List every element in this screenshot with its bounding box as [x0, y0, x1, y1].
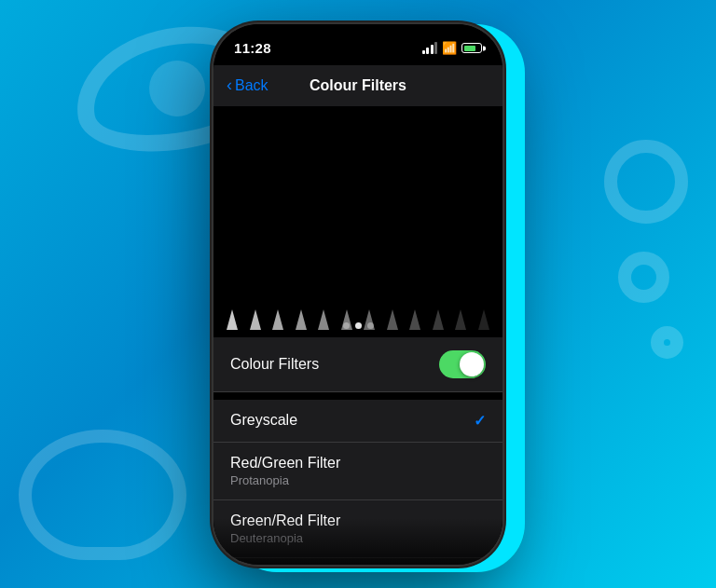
filter-item-content-green-red: Green/Red Filter Deuteranopia — [230, 513, 340, 545]
carousel-dot-1[interactable] — [343, 322, 350, 329]
filter-item-blue-yellow[interactable]: Blue/Yellow Filter — [213, 558, 503, 565]
wifi-icon: 📶 — [442, 41, 457, 55]
signal-icon — [422, 42, 438, 54]
status-icons: 📶 — [422, 41, 483, 55]
toggle-knob — [460, 352, 484, 376]
filter-item-red-green[interactable]: Red/Green Filter Protanopia — [213, 443, 503, 500]
pencils-image — [213, 106, 503, 330]
filter-item-name-greyscale: Greyscale — [230, 412, 297, 429]
back-button[interactable]: ‹ Back — [227, 76, 268, 95]
phone-wrapper: 11:28 📶 ‹ B — [204, 20, 512, 569]
nav-bar: ‹ Back Colour Filters — [213, 65, 503, 106]
battery-icon — [461, 43, 482, 53]
filter-list: Greyscale ✓ Red/Green Filter Protanopia — [213, 400, 503, 565]
filter-item-name-green-red: Green/Red Filter — [230, 513, 340, 529]
settings-content: Colour Filters Greyscale ✓ — [213, 337, 503, 565]
filter-item-green-red[interactable]: Green/Red Filter Deuteranopia — [213, 500, 503, 558]
filter-item-sub-green-red: Deuteranopia — [230, 531, 340, 545]
bg-chat-bubble — [19, 430, 186, 560]
status-time: 11:28 — [234, 40, 271, 56]
colour-filters-label: Colour Filters — [230, 356, 319, 373]
filter-item-content-red-green: Red/Green Filter Protanopia — [230, 455, 340, 487]
nav-title: Colour Filters — [310, 77, 406, 94]
carousel-dots — [213, 322, 503, 329]
screen: 11:28 📶 ‹ B — [213, 24, 503, 565]
back-label: Back — [235, 77, 268, 94]
filter-item-greyscale[interactable]: Greyscale ✓ — [213, 400, 503, 443]
greyscale-checkmark: ✓ — [474, 412, 486, 430]
colour-filters-toggle[interactable] — [439, 350, 486, 378]
filter-item-content-greyscale: Greyscale — [230, 412, 297, 429]
chevron-left-icon: ‹ — [227, 75, 232, 95]
carousel-dot-2[interactable] — [355, 322, 362, 329]
filter-item-sub-red-green: Protanopia — [230, 473, 340, 487]
phone: 11:28 📶 ‹ B — [213, 24, 503, 565]
notch — [302, 24, 414, 48]
pencils-carousel[interactable] — [213, 106, 503, 330]
carousel-dot-3[interactable] — [367, 322, 374, 329]
colour-filters-toggle-row[interactable]: Colour Filters — [213, 337, 503, 392]
filter-item-name-red-green: Red/Green Filter — [230, 455, 340, 472]
